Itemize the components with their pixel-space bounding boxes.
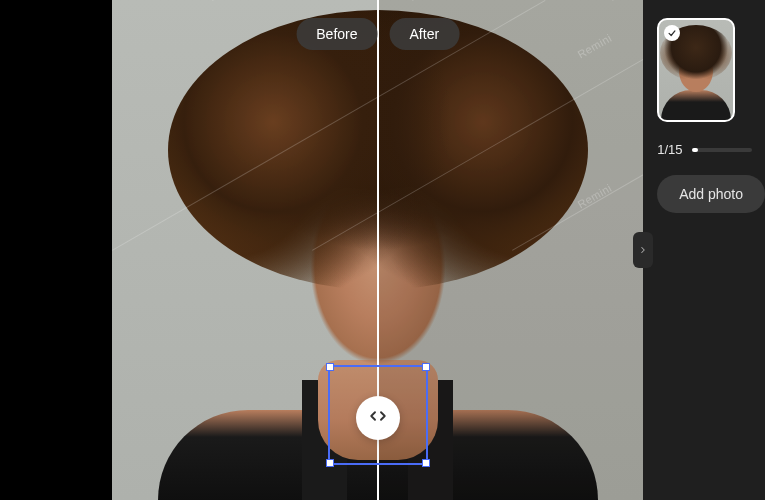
chevron-right-icon (638, 241, 648, 259)
crop-handle-bottom-right[interactable] (422, 459, 430, 467)
crop-handle-top-right[interactable] (422, 363, 430, 371)
comparison-slider-handle[interactable] (356, 396, 400, 440)
left-black-bar (0, 0, 112, 500)
photo-thumbnail[interactable] (657, 18, 735, 122)
photo-counter-row: 1/15 (657, 142, 765, 157)
photo-progress-track[interactable] (692, 148, 752, 152)
photo-counter: 1/15 (657, 142, 682, 157)
check-icon (667, 24, 677, 42)
add-photo-button[interactable]: Add photo (657, 175, 765, 213)
after-label: After (390, 18, 460, 50)
right-sidebar: 1/15 Add photo (643, 0, 765, 500)
slider-arrows-icon (369, 407, 387, 429)
sidebar-collapse-button[interactable] (633, 232, 653, 268)
photo-progress-fill (692, 148, 698, 152)
before-label: Before (296, 18, 377, 50)
comparison-labels: Before After (296, 18, 459, 50)
crop-handle-top-left[interactable] (326, 363, 334, 371)
crop-handle-bottom-left[interactable] (326, 459, 334, 467)
photo-comparison-view: Remini Remini Before After (112, 0, 643, 500)
